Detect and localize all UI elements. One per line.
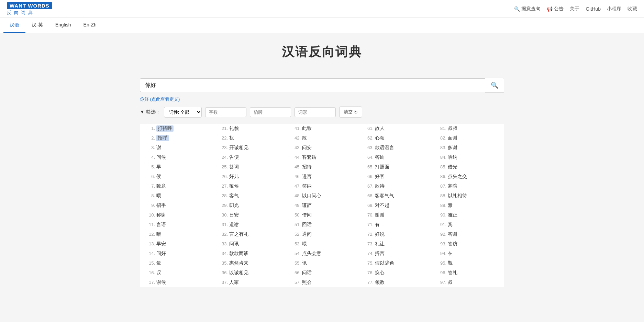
result-word[interactable]: 叹	[156, 270, 161, 276]
nav-about-link[interactable]: 关于	[570, 6, 579, 12]
result-word[interactable]: 招呼	[156, 135, 169, 141]
result-word[interactable]: 候	[156, 174, 161, 180]
result-word[interactable]: 觐	[448, 260, 453, 266]
result-word[interactable]: 惠然肯来	[229, 260, 248, 266]
result-word[interactable]: 讯	[302, 260, 307, 266]
result-word[interactable]: 称谢	[156, 212, 166, 218]
result-word[interactable]: 早	[156, 164, 161, 170]
result-word[interactable]: 以礼相待	[448, 193, 467, 199]
nav-announce-link[interactable]: 📢 公告	[547, 6, 564, 12]
result-word[interactable]: 礼貌	[229, 125, 239, 132]
tab-zh-en[interactable]: 汉-英	[25, 18, 49, 33]
result-word[interactable]: 款语温言	[375, 145, 394, 151]
result-word[interactable]: 言之有礼	[229, 231, 248, 237]
result-word[interactable]: 领教	[375, 279, 385, 286]
result-word[interactable]: 款款而谈	[229, 251, 248, 257]
result-word[interactable]: 问讯	[229, 241, 239, 247]
search-hint[interactable]: 你好 (点此查看定义)	[140, 96, 504, 102]
result-word[interactable]: 答礼	[448, 270, 457, 276]
result-word[interactable]: 答访	[448, 241, 457, 247]
result-word[interactable]: 借光	[448, 164, 457, 170]
nav-github-link[interactable]: GitHub	[586, 6, 601, 12]
result-word[interactable]: 喂	[156, 231, 161, 237]
result-word[interactable]: 招待	[302, 164, 312, 170]
result-word[interactable]: 告便	[229, 154, 239, 160]
result-word[interactable]: 以口问心	[302, 193, 321, 199]
result-word[interactable]: 谢	[156, 145, 161, 151]
result-word[interactable]: 哂纳	[448, 154, 457, 160]
nav-search-link[interactable]: 🔍 据意查句	[514, 6, 541, 12]
result-word[interactable]: 谢谢	[375, 212, 385, 218]
result-word[interactable]: 答讪	[375, 154, 385, 160]
result-word[interactable]: 早安	[156, 241, 166, 247]
result-word[interactable]: 面谢	[448, 135, 457, 141]
result-word[interactable]: 招手	[156, 202, 166, 209]
result-word[interactable]: 搭言	[375, 251, 385, 257]
clear-filter-button[interactable]: 清空 ↻	[339, 107, 362, 118]
result-word[interactable]: 问候	[156, 154, 166, 160]
result-word[interactable]: 道谢	[229, 222, 239, 228]
result-word[interactable]: 答谢	[448, 231, 457, 237]
tab-en[interactable]: English	[49, 18, 77, 33]
result-word[interactable]: 打照面	[375, 164, 389, 170]
tab-zh[interactable]: 汉语	[3, 18, 25, 33]
result-word[interactable]: 通问	[302, 231, 312, 237]
result-word[interactable]: 答词	[229, 164, 239, 170]
result-word[interactable]: 回话	[302, 222, 312, 228]
result-word[interactable]: 好说	[375, 231, 385, 237]
result-word[interactable]: 问话	[302, 270, 312, 276]
result-word[interactable]: 谢候	[156, 279, 166, 286]
result-word[interactable]: 扰	[229, 135, 234, 141]
result-word[interactable]: 礼让	[375, 241, 385, 247]
result-word[interactable]: 叔叔	[448, 125, 457, 132]
result-word[interactable]: 宾	[448, 222, 453, 228]
result-word[interactable]: 进言	[302, 174, 312, 180]
tab-en-zh[interactable]: En-Zh	[77, 18, 103, 33]
result-word[interactable]: 款待	[375, 183, 385, 189]
result-word[interactable]: 问好	[156, 251, 166, 257]
result-word[interactable]: 雅正	[448, 212, 457, 218]
result-word[interactable]: 好客	[375, 174, 385, 180]
filter-char-count[interactable]	[205, 107, 246, 117]
search-input[interactable]	[140, 78, 485, 92]
result-word[interactable]: 敬候	[229, 183, 239, 189]
result-word[interactable]: 对不起	[375, 202, 389, 209]
result-word[interactable]: 致意	[156, 183, 166, 189]
result-word[interactable]: 点头之交	[448, 174, 467, 180]
result-word[interactable]: 笑纳	[302, 183, 312, 189]
result-word[interactable]: 喂	[302, 241, 307, 247]
result-word[interactable]: 叨光	[229, 202, 239, 209]
result-word[interactable]: 人家	[229, 279, 239, 286]
result-word[interactable]: 多谢	[448, 145, 457, 151]
result-word[interactable]: 故人	[375, 125, 385, 132]
result-word[interactable]: 照会	[302, 279, 312, 286]
result-word[interactable]: 喂	[156, 193, 161, 199]
result-word[interactable]: 以诚相见	[229, 270, 248, 276]
result-word[interactable]: 日安	[229, 212, 239, 218]
result-word[interactable]: 谦辞	[302, 202, 312, 209]
result-word[interactable]: 有	[375, 222, 380, 228]
result-word[interactable]: 言语	[156, 222, 166, 228]
result-word[interactable]: 客客气气	[375, 193, 394, 199]
filter-shape[interactable]	[295, 107, 336, 117]
result-word[interactable]: 敛	[156, 260, 161, 266]
nav-miniapp-link[interactable]: 小程序	[607, 6, 621, 12]
result-word[interactable]: 客气	[229, 193, 239, 199]
result-word[interactable]: 心领	[375, 135, 385, 141]
result-word[interactable]: 雅	[448, 202, 453, 209]
nav-bookmark-link[interactable]: 收藏	[628, 6, 637, 12]
result-word[interactable]: 假以辞色	[375, 260, 394, 266]
result-word[interactable]: 开诚相见	[229, 145, 248, 151]
result-word[interactable]: 换心	[375, 270, 385, 276]
filter-rhyme[interactable]	[250, 107, 291, 117]
logo-badge[interactable]: WANT WORDS	[7, 2, 52, 9]
filter-pos-select[interactable]: 词性: 全部 名词 动词 形容词 副词	[164, 107, 202, 118]
result-word[interactable]: 此致	[302, 125, 312, 132]
result-word[interactable]: 寒暄	[448, 183, 457, 189]
result-word[interactable]: 点头会意	[302, 251, 321, 257]
result-word[interactable]: 在	[448, 251, 453, 257]
result-word[interactable]: 客套话	[302, 154, 317, 160]
result-word[interactable]: 好儿	[229, 174, 239, 180]
result-word[interactable]: 借问	[302, 212, 312, 218]
result-word[interactable]: 叔	[448, 279, 453, 286]
